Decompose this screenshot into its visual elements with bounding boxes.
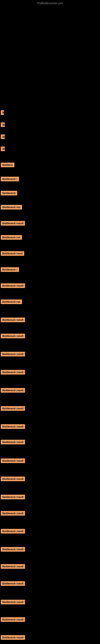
result-item-28: Bottleneck result — [1, 564, 25, 569]
result-item-23: Bottleneck result — [1, 476, 25, 481]
result-item-25: Bottleneck result — [1, 511, 25, 516]
result-item-2: Bo — [1, 134, 5, 139]
site-title: TheBottlenecker.com — [0, 0, 100, 6]
result-item-0: B — [1, 110, 4, 115]
result-item-8: Bottleneck result — [1, 221, 25, 226]
result-item-32: Bottleneck result — [1, 635, 25, 640]
result-item-30: Bottleneck result — [1, 600, 25, 604]
result-item-10: Bottleneck resul — [1, 251, 24, 256]
result-item-1: Bo — [1, 122, 5, 127]
result-item-24: Bottleneck result — [1, 495, 25, 499]
result-item-26: Bottleneck result — [1, 529, 25, 534]
result-item-16: Bottleneck result — [1, 352, 25, 356]
result-item-20: Bottleneck result — [1, 424, 25, 429]
result-item-21: Bottleneck result — [1, 440, 25, 444]
result-item-5: Bottleneck r — [1, 177, 19, 181]
result-item-13: Bottleneck res — [1, 300, 22, 304]
result-item-6: Bottleneck — [1, 191, 17, 196]
result-item-14: Bottleneck result — [1, 318, 25, 322]
result-item-7: Bottleneck res — [1, 205, 22, 210]
result-item-31: Bottleneck result — [1, 617, 25, 622]
result-item-22: Bottleneck result — [1, 458, 25, 463]
result-item-18: Bottleneck result — [1, 388, 25, 393]
result-item-3: Bo — [1, 146, 5, 151]
result-item-12: Bottleneck result — [1, 283, 25, 288]
result-item-11: Bottleneck r — [1, 267, 19, 272]
result-item-27: Bottleneck result — [1, 547, 25, 552]
result-item-15: Bottleneck result — [1, 334, 25, 338]
result-item-9: Bottleneck res — [1, 235, 22, 240]
result-item-4: Bottlene — [1, 162, 14, 167]
result-item-19: Bottleneck result — [1, 406, 25, 411]
result-item-29: Bottleneck result — [1, 581, 25, 586]
result-item-17: Bottleneck result — [1, 370, 25, 374]
